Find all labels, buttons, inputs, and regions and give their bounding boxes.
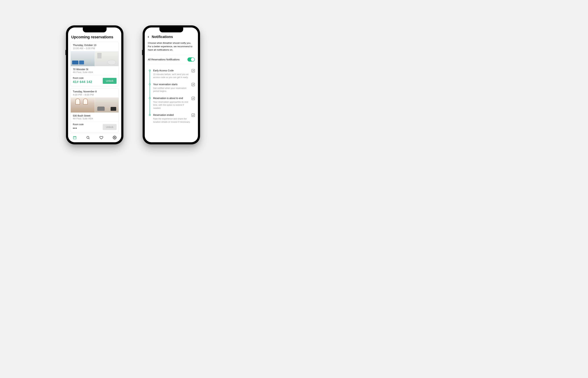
reservations-content: Upcoming reservations Thursday, October … (68, 27, 121, 133)
notification-desc: Rate the experience and share the locati… (153, 117, 195, 123)
notification-checkbox[interactable] (192, 83, 195, 86)
page-title: Upcoming reservations (71, 35, 118, 39)
card-address: 530 Bush Street 4th Floor, Suite #604 (71, 112, 119, 122)
notifications-header: Notifications (145, 34, 198, 40)
notifications-intro: Choose when Breather should notify you. … (145, 40, 198, 55)
notification-title: Your reservation starts (153, 83, 178, 86)
check-icon (192, 83, 194, 86)
check-icon (192, 114, 194, 116)
search-icon (86, 136, 90, 140)
notification-desc: Your reservation approaches its end time… (153, 101, 195, 110)
room-code-row: Room code 41# 644 142 Unlock (71, 75, 119, 86)
notification-desc: Get notified when your reservation perio… (153, 87, 195, 93)
card-images (71, 97, 119, 112)
notification-title: Early Access Code (153, 69, 174, 72)
device-notch (160, 27, 183, 32)
timeline-dot-icon (149, 114, 151, 116)
card-header: Thursday, October 13 10:00 AM – 3:00 PM (71, 42, 119, 51)
timeline-dot-icon (149, 70, 151, 71)
timeline-dot-icon (149, 97, 151, 99)
back-button[interactable] (147, 35, 150, 39)
notification-checkbox[interactable] (192, 97, 195, 100)
unlock-button[interactable]: Unlock (103, 78, 117, 84)
timeline-item: Reservation is about to end Your reserva… (149, 97, 195, 110)
address-subline: 4th Floor, Suite #604 (73, 117, 117, 120)
svg-point-1 (87, 136, 89, 138)
address-subline: 4th Floor, Suite #604 (73, 71, 117, 73)
reservations-list[interactable]: Thursday, October 13 10:00 AM – 3:00 PM … (68, 42, 121, 133)
space-photo-icon (71, 51, 95, 66)
page-title: Notifications (152, 35, 173, 39)
tab-settings[interactable] (112, 136, 117, 140)
screen: Upcoming reservations Thursday, October … (68, 27, 121, 142)
room-code-block: Room code 41# 644 142 (73, 77, 92, 84)
room-code-block: Room code ••• (73, 123, 83, 130)
room-code-value: ••• (73, 126, 83, 130)
card-header: Tuesday, November 8 4:00 PM – 8:00 PM (71, 88, 119, 97)
reservation-card[interactable]: Thursday, October 13 10:00 AM – 3:00 PM … (70, 42, 119, 86)
master-toggle[interactable] (187, 57, 195, 62)
phone-reservations: Upcoming reservations Thursday, October … (66, 25, 123, 144)
address-line: 530 Bush Street (73, 114, 117, 117)
tab-bar (68, 133, 121, 142)
card-address: 70 Wooster St 4th Floor, Suite #604 (71, 66, 119, 75)
reservation-date: Thursday, October 13 (73, 44, 117, 47)
timeline-dot-icon (149, 83, 151, 85)
svg-point-2 (114, 137, 115, 138)
room-code-value: 41# 644 142 (73, 80, 92, 84)
space-photo-icon (71, 97, 95, 112)
reservation-date: Tuesday, November 8 (73, 90, 117, 93)
space-photo-icon (95, 97, 119, 112)
notification-checkbox[interactable] (192, 69, 195, 72)
device-notch (83, 27, 107, 32)
reservations-header: Upcoming reservations (68, 34, 121, 42)
master-toggle-row: All Reservations Notifications (145, 55, 198, 64)
reservation-time: 10:00 AM – 3:00 PM (73, 47, 117, 50)
room-code-label: Room code (73, 77, 92, 79)
screen: Notifications Choose when Breather shoul… (145, 27, 198, 142)
space-photo-icon (95, 51, 119, 66)
reservation-card[interactable]: Tuesday, November 8 4:00 PM – 8:00 PM 53… (70, 88, 119, 132)
notification-title: Reservation ended (153, 114, 174, 116)
check-icon (192, 97, 194, 99)
room-code-label: Room code (73, 123, 83, 126)
timeline-item: Early Access Code 15 minutes before, we'… (149, 69, 195, 79)
card-images (71, 51, 119, 66)
notification-checkbox[interactable] (192, 114, 195, 117)
notification-timeline: Early Access Code 15 minutes before, we'… (145, 64, 198, 125)
room-code-row: Room code ••• Unlock (71, 122, 119, 132)
unlock-button[interactable]: Unlock (103, 124, 117, 130)
notification-title: Reservation is about to end (153, 97, 183, 100)
calendar-icon (73, 136, 77, 140)
tab-calendar[interactable] (72, 136, 77, 140)
svg-rect-0 (73, 136, 76, 139)
gear-icon (113, 136, 117, 140)
chevron-left-icon (147, 35, 150, 39)
check-icon (192, 70, 194, 72)
phone-notifications: Notifications Choose when Breather shoul… (143, 25, 200, 144)
tab-search[interactable] (86, 136, 90, 140)
timeline-item: Your reservation starts Get notified whe… (149, 83, 195, 93)
master-toggle-label: All Reservations Notifications (148, 58, 180, 61)
notifications-content: Notifications Choose when Breather shoul… (145, 27, 198, 142)
heart-icon (99, 136, 103, 140)
tab-favorites[interactable] (99, 136, 104, 140)
address-line: 70 Wooster St (73, 68, 117, 71)
reservation-time: 4:00 PM – 8:00 PM (73, 93, 117, 96)
notification-desc: 15 minutes before, we'll send you an acc… (153, 73, 195, 79)
timeline-item: Reservation ended Rate the experience an… (149, 114, 195, 123)
